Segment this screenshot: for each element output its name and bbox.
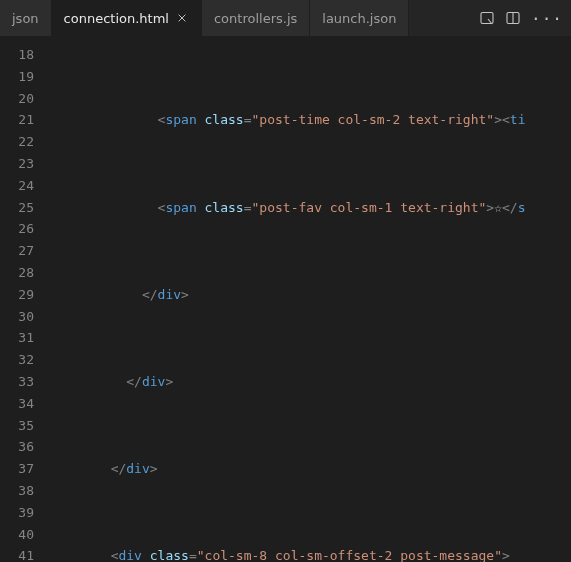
line-number: 41 bbox=[0, 545, 34, 562]
line-number: 34 bbox=[0, 393, 34, 415]
line-number: 29 bbox=[0, 284, 34, 306]
line-number: 36 bbox=[0, 436, 34, 458]
code-line: <div class="col-sm-8 col-sm-offset-2 pos… bbox=[48, 545, 571, 562]
line-number: 31 bbox=[0, 327, 34, 349]
tab-json-partial[interactable]: json bbox=[0, 0, 52, 36]
line-number: 27 bbox=[0, 240, 34, 262]
line-number: 26 bbox=[0, 218, 34, 240]
tab-launch-json[interactable]: launch.json bbox=[310, 0, 409, 36]
line-number: 39 bbox=[0, 502, 34, 524]
tab-label: json bbox=[12, 11, 39, 26]
line-number: 30 bbox=[0, 306, 34, 328]
preview-icon[interactable] bbox=[479, 10, 495, 26]
tab-controllers-js[interactable]: controllers.js bbox=[202, 0, 310, 36]
editor-tabs-bar: json connection.html controllers.js laun… bbox=[0, 0, 571, 36]
line-number: 25 bbox=[0, 197, 34, 219]
line-number: 33 bbox=[0, 371, 34, 393]
line-number: 18 bbox=[0, 44, 34, 66]
tab-label: controllers.js bbox=[214, 11, 297, 26]
line-number: 20 bbox=[0, 88, 34, 110]
close-icon[interactable] bbox=[175, 11, 189, 25]
line-number: 19 bbox=[0, 66, 34, 88]
line-number: 37 bbox=[0, 458, 34, 480]
line-number: 38 bbox=[0, 480, 34, 502]
code-line: </div> bbox=[48, 371, 571, 393]
line-number: 28 bbox=[0, 262, 34, 284]
tab-connection-html[interactable]: connection.html bbox=[52, 0, 202, 36]
svg-rect-0 bbox=[481, 13, 493, 24]
code-content[interactable]: <span class="post-time col-sm-2 text-rig… bbox=[48, 36, 571, 562]
tab-actions: ··· bbox=[471, 0, 571, 36]
split-editor-icon[interactable] bbox=[505, 10, 521, 26]
code-line: </div> bbox=[48, 284, 571, 306]
line-number-gutter: 18 19 20 21 22 23 24 25 26 27 28 29 30 3… bbox=[0, 36, 48, 562]
code-line: <span class="post-fav col-sm-1 text-righ… bbox=[48, 197, 571, 219]
line-number: 23 bbox=[0, 153, 34, 175]
line-number: 24 bbox=[0, 175, 34, 197]
tab-label: connection.html bbox=[64, 11, 169, 26]
line-number: 32 bbox=[0, 349, 34, 371]
line-number: 22 bbox=[0, 131, 34, 153]
code-line: </div> bbox=[48, 458, 571, 480]
more-actions-icon[interactable]: ··· bbox=[531, 9, 563, 28]
code-editor[interactable]: 18 19 20 21 22 23 24 25 26 27 28 29 30 3… bbox=[0, 36, 571, 562]
line-number: 21 bbox=[0, 109, 34, 131]
line-number: 40 bbox=[0, 524, 34, 546]
line-number: 35 bbox=[0, 415, 34, 437]
tab-label: launch.json bbox=[322, 11, 396, 26]
code-line: <span class="post-time col-sm-2 text-rig… bbox=[48, 109, 571, 131]
